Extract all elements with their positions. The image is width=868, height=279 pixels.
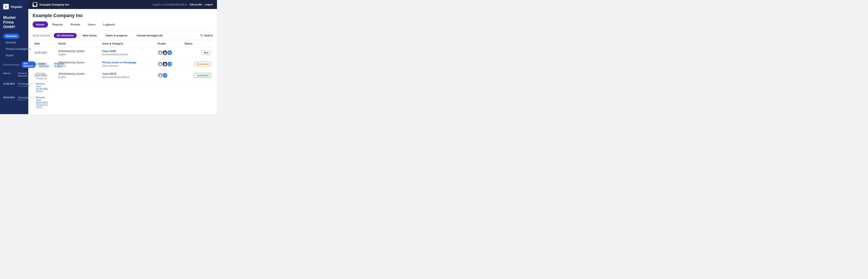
td-issue-1: Case #4280 Environmental protection (100, 47, 156, 58)
left-row2-issue: Hinweis vom 28.04.2021 Geldwäsche (GwG) (36, 96, 48, 108)
th-people: People (156, 40, 183, 47)
left-th-portal: Portal & Sprache (18, 72, 35, 80)
qs-all-references[interactable]: All references (54, 33, 77, 38)
vispato-icon: V (3, 4, 9, 9)
arrow-decoration (23, 0, 37, 10)
tab-logbuch[interactable]: Logbuch (100, 22, 119, 28)
status-badge: New (202, 50, 211, 55)
top-bar-company-name: Example Company Inc (39, 3, 69, 6)
left-qs-new[interactable]: Neue Hinweise (37, 61, 51, 68)
td-people-3: JP (156, 70, 183, 81)
svg-point-9 (164, 63, 165, 64)
th-issue-category: Issue & Category (100, 40, 156, 47)
left-tab-portale[interactable]: Portale & Kategorien (3, 46, 34, 52)
svg-point-12 (159, 75, 161, 77)
left-qs-all[interactable]: Alle Hinweise (22, 61, 36, 68)
svg-point-11 (160, 74, 161, 75)
svg-marker-0 (35, 2, 37, 4)
left-tab-hinweise[interactable]: Hinweise (3, 34, 20, 39)
left-company-title: Muster Firma GmbH (3, 16, 25, 29)
left-th-issue: Hinweis & Kategorie (36, 72, 47, 80)
avatar: JP (167, 61, 173, 67)
td-issue-2: Privacy Issue on Homepage Data protectio… (100, 58, 156, 70)
th-date: Date (33, 40, 57, 47)
td-issue-3: Case #4279 Money laundering (AMLA) (100, 70, 156, 81)
td-status-3: Completed (183, 70, 213, 81)
td-people-2: JP (156, 58, 183, 70)
qs-notes-in-progress[interactable]: Notes in progress (103, 33, 130, 38)
left-tab-nutzer[interactable]: Nutzer (3, 53, 16, 58)
th-status: Status (183, 40, 213, 47)
td-status-1: New (183, 47, 213, 58)
left-table-row: 28.04.2021 Hinweisgebersystem Deutsch Hi… (3, 94, 25, 110)
status-badge: In process (194, 62, 211, 66)
issues-table: Date Portal Issue & Category People Stat… (33, 40, 213, 81)
left-quick-select: Schnellauswahl: Alle Hinweise Neue Hinwe… (3, 61, 25, 68)
issue-link-1[interactable]: Case #4280 (102, 50, 116, 53)
page-title: Example Company Inc (33, 13, 213, 19)
td-portal-3: Whistleblowing System English (57, 70, 100, 81)
table-row: 10.03.2021 Whistleblowing System English… (33, 47, 213, 58)
avatar: JP (167, 50, 173, 56)
svg-point-4 (159, 53, 161, 54)
people-avatars-3: JP (157, 72, 181, 78)
right-panel: Example Company Inc Logged in as bhalbac… (28, 0, 217, 114)
svg-point-8 (159, 64, 161, 65)
td-status-2: In process (183, 58, 213, 70)
left-qs-inprogress[interactable]: Hinweise in Be… (52, 61, 66, 68)
left-panel: V Vispato Muster Firma GmbH Hinweise Ber… (0, 0, 28, 114)
search-button[interactable]: Search (200, 34, 213, 37)
left-row2-date: 28.04.2021 (3, 96, 17, 99)
th-portal: Portal (57, 40, 100, 47)
svg-point-5 (164, 52, 165, 53)
logged-in-text: Logged in as bhalbach@auditi.de (152, 3, 187, 6)
left-row1-date: 14.06.2021 (3, 83, 17, 85)
people-avatars-1: JP (157, 50, 181, 56)
tab-reports[interactable]: Reports (49, 22, 66, 28)
td-people-1: JP (156, 47, 183, 58)
avatar: JP (162, 72, 168, 78)
qs-label: Quick selection: (33, 34, 51, 37)
top-bar: Example Company Inc Logged in as bhalbac… (28, 0, 217, 9)
svg-point-3 (160, 52, 161, 53)
svg-point-10 (164, 64, 166, 65)
vispato-logo: V Vispato (3, 4, 25, 9)
people-avatars-2: JP (157, 61, 181, 67)
qs-new-issues[interactable]: New issues (80, 33, 100, 38)
tab-portals[interactable]: Portals (67, 22, 84, 28)
qs-unread-messages[interactable]: Unread messages (0) (134, 33, 165, 38)
left-nav-tabs: Hinweise Berichte Portale & Kategorien N… (3, 34, 25, 58)
top-bar-right: Logged in as bhalbach@auditi.de Edit pro… (152, 3, 213, 6)
left-row1-issue: Hinweis vom 14.06.2021 Bonjour (36, 83, 48, 93)
search-icon (200, 34, 203, 37)
left-table-header: Datum Portal & Sprache Hinweis & Kategor… (3, 70, 25, 81)
search-label: Search (204, 34, 213, 37)
tab-users[interactable]: Users (84, 22, 99, 28)
issue-link-3[interactable]: Case #4279 (102, 72, 116, 75)
td-date-1: 10.03.2021 (33, 47, 57, 58)
vispato-name: Vispato (10, 5, 22, 8)
td-portal-1: Whistleblowing System English (57, 47, 100, 58)
left-row1-portal: Hinweisgebersystem Französisch (18, 83, 35, 87)
left-table-row: 14.06.2021 Hinweisgebersystem Französisc… (3, 81, 25, 94)
issue-link-2[interactable]: Privacy Issue on Homepage (102, 61, 136, 64)
left-qs-label: Schnellauswahl: (3, 63, 20, 66)
main-tabs: Issues Reports Portals Users Logbuch (33, 22, 213, 28)
status-badge: Completed (194, 73, 211, 78)
table-row: 10.03.2021 Whistleblowing System English… (33, 70, 213, 81)
edit-profile-link[interactable]: Edit profile (190, 3, 202, 6)
left-row2-portal: Hinweisgebersystem Deutsch (18, 96, 35, 101)
svg-point-7 (160, 63, 161, 64)
left-tab-berichte[interactable]: Berichte (3, 40, 19, 45)
logout-link[interactable]: Logout (205, 3, 213, 6)
svg-line-2 (202, 36, 203, 37)
svg-point-6 (164, 53, 166, 54)
issues-bar: Quick selection: All references New issu… (33, 31, 213, 40)
tab-issues[interactable]: Issues (33, 22, 48, 28)
left-th-date: Datum (3, 72, 17, 80)
top-bar-left: Example Company Inc (33, 2, 69, 7)
